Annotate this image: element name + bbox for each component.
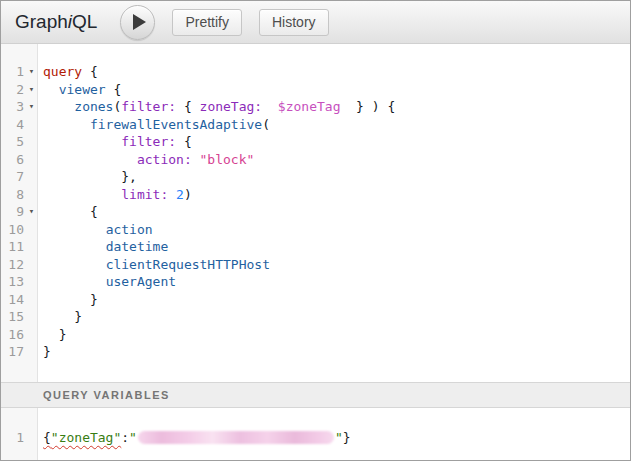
query-variables-title-bar[interactable]: QUERY VARIABLES [1,382,630,408]
gutter-cell: 11 [1,238,39,256]
code-text: } [39,291,98,309]
execute-query-button[interactable] [120,5,155,40]
line-number: 3 [1,98,24,116]
gutter-cell: 6 [1,151,39,169]
fold-gutter-spacer [24,133,39,151]
prettify-button[interactable]: Prettify [172,9,242,36]
gutter-cell: 16 [1,326,39,344]
json-close-quote: " [335,430,343,445]
fold-gutter-spacer [24,116,39,134]
gutter-cell: 15 [1,308,39,326]
fold-arrow-icon[interactable]: ▾ [24,63,39,81]
json-colon: : [121,430,129,445]
code-text: } [39,326,66,344]
json-open-brace: { [43,430,51,445]
code-text: filter: { [39,133,192,151]
toolbar: GraphiQL Prettify History [1,1,630,44]
history-button[interactable]: History [259,9,329,36]
code-line[interactable]: 12 clientRequestHTTPHost [1,256,630,274]
code-text: datetime [39,238,168,256]
code-line[interactable]: 7 }, [1,168,630,186]
fold-gutter-spacer [24,273,39,291]
variables-line[interactable]: 1 {"zoneTag":""} [1,408,630,446]
code-line[interactable]: 16 } [1,326,630,344]
fold-gutter-spacer [24,256,39,274]
gutter-cell: 17 [1,343,39,361]
code-line[interactable]: 10 action [1,221,630,239]
code-text: clientRequestHTTPHost [39,256,270,274]
gutter-cell: 4 [1,116,39,134]
code-text: action: "block" [39,151,254,169]
gutter-cell: 13 [1,273,39,291]
code-text: action [39,221,153,239]
code-text: } [39,343,51,361]
fold-gutter-spacer [24,168,39,186]
fold-arrow-icon[interactable]: ▾ [24,98,39,116]
gutter-cell: 3▾ [1,98,39,116]
json-close-brace: } [343,430,351,445]
line-number: 16 [1,326,24,344]
query-editor[interactable]: 1▾query {2▾ viewer {3▾ zones(filter: { z… [1,44,630,382]
fold-gutter-spacer [24,238,39,256]
code-line[interactable]: 11 datetime [1,238,630,256]
fold-gutter-spacer [24,151,39,169]
gutter-cell: 7 [1,168,39,186]
json-open-quote: " [129,430,137,445]
code-line[interactable]: 14 } [1,291,630,309]
gutter-cell: 9▾ [1,203,39,221]
code-line[interactable]: 17} [1,343,630,361]
fold-gutter-spacer [24,308,39,326]
gutter-cell: 2▾ [1,81,39,99]
line-number: 7 [1,168,24,186]
query-editor-lines: 1▾query {2▾ viewer {3▾ zones(filter: { z… [1,44,630,361]
line-number: 2 [1,81,24,99]
gutter-cell: 12 [1,256,39,274]
code-text: }, [39,168,137,186]
line-number: 10 [1,221,24,239]
graphiql-logo: GraphiQL [15,11,97,33]
gutter-cell: 8 [1,186,39,204]
code-line[interactable]: 9▾ { [1,203,630,221]
code-text: query { [39,63,98,81]
code-text: limit: 2) [39,186,192,204]
code-line[interactable]: 1▾query { [1,63,630,81]
play-icon [133,14,146,30]
line-number: 11 [1,238,24,256]
json-key-zonetag: "zoneTag" [51,430,121,445]
logo-text-pre: Graph [15,11,68,32]
code-text: firewallEventsAdaptive( [39,116,270,134]
line-number: 12 [1,256,24,274]
line-number: 6 [1,151,24,169]
lint-squiggle-span: {"zoneTag" [43,430,121,445]
fold-gutter-spacer [24,343,39,361]
logo-text-post: QL [72,11,97,32]
variables-line-number: 1 [1,429,24,446]
line-number: 14 [1,291,24,309]
code-line[interactable]: 13 userAgent [1,273,630,291]
fold-arrow-icon[interactable]: ▾ [24,203,39,221]
fold-gutter-spacer [24,291,39,309]
fold-gutter-spacer [24,326,39,344]
line-number: 1 [1,63,24,81]
code-line[interactable]: 8 limit: 2) [1,186,630,204]
gutter-cell: 14 [1,291,39,309]
line-number: 13 [1,273,24,291]
code-line[interactable]: 15 } [1,308,630,326]
code-line[interactable]: 5 filter: { [1,133,630,151]
gutter-cell: 1▾ [1,63,39,81]
code-line[interactable]: 2▾ viewer { [1,81,630,99]
fold-gutter-spacer [24,186,39,204]
line-number: 4 [1,116,24,134]
code-line[interactable]: 4 firewallEventsAdaptive( [1,116,630,134]
code-line[interactable]: 3▾ zones(filter: { zoneTag: $zoneTag } )… [1,98,630,116]
query-variables-title: QUERY VARIABLES [43,389,170,401]
code-text: } [39,308,82,326]
gutter-cell: 5 [1,133,39,151]
code-text: userAgent [39,273,176,291]
code-line[interactable]: 6 action: "block" [1,151,630,169]
line-number: 17 [1,343,24,361]
line-number: 5 [1,133,24,151]
fold-arrow-icon[interactable]: ▾ [24,81,39,99]
line-number: 8 [1,186,24,204]
variables-editor[interactable]: 1 {"zoneTag":""} [1,408,630,460]
